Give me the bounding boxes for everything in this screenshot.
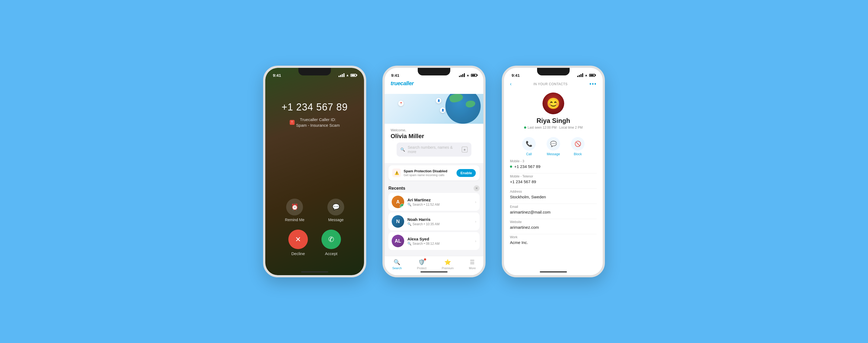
message-action-label: Message [547, 152, 560, 156]
contact-details: Mobile - 3 +1 234 567 89 Mobile - Teleno… [504, 159, 603, 275]
phone3-status-icons: ▲ [577, 73, 595, 77]
phone2-side-btn-power [485, 117, 486, 138]
phones-container: 9:41 ▲ +1 234 567 89 [263, 66, 605, 277]
tab-protect[interactable]: 🛡️ Protect [417, 259, 426, 270]
tab-premium[interactable]: ⭐ Premium [442, 259, 454, 270]
message-action[interactable]: 💬 Message [547, 137, 560, 156]
decline-label: Decline [291, 251, 305, 256]
remind-me-icon: ⏰ [286, 199, 303, 215]
phone2-signal [459, 73, 465, 77]
phone2-search-bar[interactable]: 🔍 Search numbers, names & more ▦ [397, 143, 471, 157]
recent-item[interactable]: A 2m Ari Martinez 🔍 Search • 11:52 AM › [389, 193, 479, 211]
spam-text-wrap: Spam Protection Disabled Get spam name i… [404, 169, 454, 177]
search-tab-icon: 🔍 [394, 259, 400, 266]
phone1-screen: 9:41 ▲ +1 234 567 89 [265, 68, 364, 275]
recent-item[interactable]: N Noah Harris 🔍 Search • 10:35 AM › [389, 213, 479, 230]
contact-status: Last seen 12:00 PM · Local time 2 PM [524, 126, 583, 129]
phone3-side-btn-power [604, 117, 605, 138]
back-button[interactable]: ‹ [510, 81, 512, 87]
nav-title: IN YOUR CONTACTS [533, 82, 567, 86]
mobile-3-value-wrap: +1 234 567 89 [510, 164, 597, 169]
ari-search-icon: 🔍 [407, 203, 411, 207]
phone1-battery-fill [351, 74, 355, 76]
contact-name: Riya Singh [536, 117, 570, 125]
phone3-nav: ‹ IN YOUR CONTACTS ••• [504, 80, 603, 90]
phone3-screen: 9:41 ▲ ‹ IN YOUR CONTACTS [504, 68, 603, 275]
enable-spam-button[interactable]: Enable [457, 169, 476, 177]
ari-avatar: A 2m [392, 196, 404, 208]
map-pin-2: 👤 [440, 107, 445, 113]
riya-avatar-image [542, 93, 564, 114]
divider [510, 173, 597, 174]
address-section: Address Stockholm, Sweden [510, 190, 597, 199]
email-section: Email arimartinez@mail.com [510, 205, 597, 214]
phone3-status-bar: 9:41 ▲ [504, 68, 603, 80]
welcome-name: Olivia Miller [391, 133, 477, 140]
phone2-status-bar: 9:41 ▲ [384, 68, 484, 80]
phone1-home-indicator [301, 271, 328, 273]
qr-icon[interactable]: ▦ [462, 147, 468, 153]
call-action-label: Call [526, 152, 532, 156]
phone1-caller-id-text: Truecaller Caller ID: Spam - Insurance S… [296, 117, 340, 128]
ari-name: Ari Martinez [407, 197, 472, 202]
website-section: Website arimartinez.com [510, 220, 597, 229]
online-indicator [524, 126, 526, 129]
mobile-telenor-label: Mobile - Telenor [510, 175, 597, 178]
mobile-telenor-section: Mobile - Telenor +1 234 567 89 [510, 175, 597, 184]
alexa-info: Alexa Syed 🔍 Search • 08:12 AM [407, 237, 472, 246]
phone2-wifi-icon: ▲ [466, 73, 469, 77]
accept-btn-wrap: ✆ Accept [321, 229, 341, 256]
phone3-wifi-icon: ▲ [585, 73, 588, 77]
noah-avatar: N [392, 215, 404, 228]
decline-button[interactable]: ✕ [288, 229, 308, 249]
more-options-button[interactable]: ••• [589, 81, 597, 87]
address-value: Stockholm, Sweden [510, 194, 597, 199]
phone2-content: ⚠️ Spam Protection Disabled Get spam nam… [384, 163, 484, 256]
recents-title: Recents [389, 186, 405, 191]
block-action-icon: 🚫 [571, 137, 585, 151]
search-bar-icon: 🔍 [400, 147, 405, 152]
search-placeholder: Search numbers, names & more [408, 145, 459, 154]
message-button[interactable]: 💬 Message [328, 199, 344, 222]
premium-tab-icon: ⭐ [444, 259, 451, 266]
tab-search[interactable]: 🔍 Search [392, 259, 402, 270]
accept-label: Accept [325, 251, 337, 256]
noah-chevron: › [475, 219, 476, 224]
clear-recents-button[interactable]: ✕ [474, 185, 479, 191]
block-action[interactable]: 🚫 Block [571, 137, 585, 156]
call-action[interactable]: 📞 Call [522, 137, 536, 156]
phone1-side-btn-power [366, 117, 366, 138]
ari-meta: 🔍 Search • 11:52 AM [407, 203, 472, 207]
phone1-battery [350, 74, 356, 77]
map-globe [445, 94, 480, 124]
welcome-greeting: Welcome, [391, 128, 477, 132]
mobile-3-value: +1 234 567 89 [514, 164, 540, 169]
email-value: arimartinez@mail.com [510, 210, 597, 214]
divider [510, 219, 597, 219]
phone3-time: 9:41 [512, 73, 520, 77]
tab-more[interactable]: ☰ More [469, 259, 476, 270]
phone3-battery-fill [590, 74, 594, 76]
accept-button[interactable]: ✆ [321, 229, 341, 249]
phone1-status-bar: 9:41 ▲ [265, 68, 364, 80]
remind-me-button[interactable]: ⏰ Remind Me [285, 199, 305, 222]
phone2-side-btn-vol-up [382, 115, 383, 132]
phone2-side-btn-vol-down [382, 136, 383, 152]
alexa-avatar: AL [392, 235, 404, 247]
mobile-3-label: Mobile - 3 [510, 159, 597, 163]
phone-1-incoming-call: 9:41 ▲ +1 234 567 89 [263, 66, 366, 277]
mobile-telenor-value: +1 234 567 89 [510, 179, 597, 184]
truecaller-spam-icon: T [290, 120, 294, 125]
remind-me-label: Remind Me [285, 218, 305, 222]
phone3-signal [577, 73, 583, 77]
block-action-label: Block [574, 152, 582, 156]
recent-item[interactable]: AL Alexa Syed 🔍 Search • 08:12 AM › [389, 232, 479, 250]
more-tab-label: More [469, 267, 476, 270]
divider [510, 204, 597, 204]
ari-badge: 2m [400, 204, 404, 208]
spam-title: Spam Protection Disabled [404, 169, 454, 173]
phone1-wifi-icon: ▲ [346, 73, 349, 77]
work-value: Acme Inc. [510, 240, 597, 245]
phone2-side-btn-silent [382, 100, 383, 111]
spam-subtitle: Get spam name incoming calls [404, 174, 454, 177]
